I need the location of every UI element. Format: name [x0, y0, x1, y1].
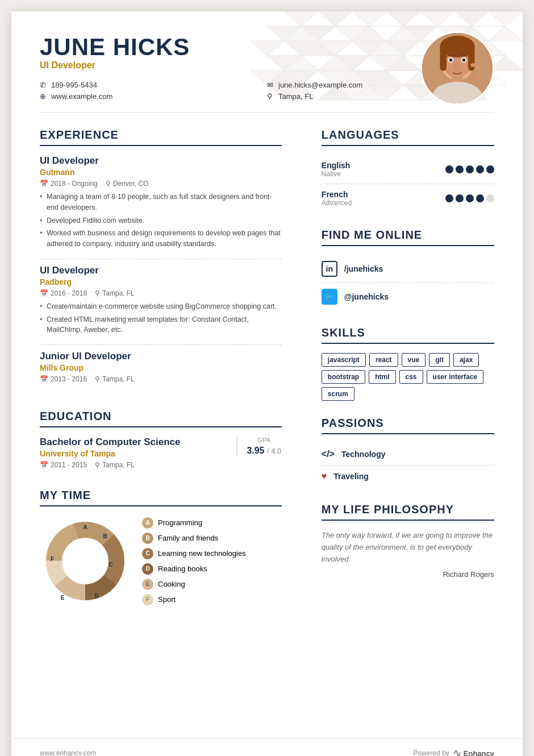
email-address: june.hicks@example.com	[278, 81, 362, 89]
skill-tag: ajax	[453, 353, 479, 367]
linkedin-item[interactable]: in /junehicks	[322, 255, 494, 283]
svg-text:B: B	[103, 533, 107, 539]
legend-label-f: Sport	[158, 595, 176, 604]
legend-dot-b: B	[142, 533, 153, 544]
legend-dot-e: E	[142, 579, 153, 590]
donut-chart: A B C D E F	[40, 516, 131, 607]
passion-item: </> Technology	[322, 443, 494, 466]
calendar-icon-2: 📅	[40, 289, 48, 297]
svg-marker-8	[420, 11, 454, 26]
legend-dot-d: D	[142, 563, 153, 575]
phone-item: ✆ 189-995-5434	[40, 81, 267, 89]
experience-item: Junior UI Developer Mills Group 📅 2013 -…	[40, 351, 282, 394]
email-icon: ✉	[267, 81, 275, 89]
legend-dot-c: C	[142, 548, 153, 559]
languages-section: LANGUAGES English Native	[322, 128, 494, 213]
svg-text:F: F	[51, 556, 54, 562]
legend-label-b: Family and friends	[158, 534, 218, 542]
left-column: EXPERIENCE UI Developer Gutmann 📅 2018 -…	[40, 113, 293, 716]
exp-role-1: UI Developer	[40, 155, 282, 167]
skill-tag: react	[369, 353, 398, 367]
skill-tag: html	[369, 370, 395, 384]
main-content: EXPERIENCE UI Developer Gutmann 📅 2018 -…	[11, 113, 523, 738]
lang-level-english: Native	[322, 170, 351, 178]
photo-placeholder	[422, 33, 493, 103]
exp-location-text-2: Tampa, FL	[102, 289, 135, 297]
powered-by-text: Powered by	[413, 749, 449, 756]
mytime-legend: A Programming B Family and friends C Lea…	[142, 517, 246, 605]
exp-company-2: Padberg	[40, 277, 282, 286]
exp-period-1: 📅 2018 - Ongoing	[40, 180, 98, 188]
experience-section: EXPERIENCE UI Developer Gutmann 📅 2018 -…	[40, 128, 282, 394]
exp-location-2: ⚲ Tampa, FL	[95, 289, 135, 297]
exp-company-3: Mills Group	[40, 363, 282, 372]
calendar-icon-1: 📅	[40, 180, 48, 188]
philosophy-section: MY LIFE PHILOSOPHY The only way forward,…	[322, 503, 494, 578]
logo-symbol: ∿	[453, 747, 461, 756]
skill-tag: user interface	[427, 370, 484, 384]
footer-brand: Powered by ∿ Enhancv	[413, 747, 494, 756]
language-item: English Native	[322, 155, 494, 184]
right-column: LANGUAGES English Native	[316, 113, 494, 716]
exp-meta-2: 📅 2016 - 2018 ⚲ Tampa, FL	[40, 289, 282, 297]
exp-period-text-3: 2013 - 2016	[51, 375, 87, 383]
legend-item: E Cooking	[142, 579, 246, 590]
legend-item: C Learning new technologies	[142, 548, 246, 559]
exp-role-2: UI Developer	[40, 265, 282, 276]
philosophy-author: Richard Rogers	[322, 570, 494, 579]
lang-dot	[486, 165, 494, 173]
languages-title: LANGUAGES	[322, 128, 494, 146]
edu-period: 📅 2011 - 2015	[40, 461, 87, 469]
enhancv-logo: ∿ Enhancv	[453, 747, 494, 756]
lang-dot	[456, 165, 464, 173]
skills-section: SKILLS javascript react vue git ajax boo…	[322, 326, 494, 401]
skill-tag: git	[429, 353, 450, 367]
exp-location-3: ⚲ Tampa, FL	[95, 375, 135, 383]
exp-bullet: Managing a team of 8-10 people, such as …	[40, 192, 282, 213]
skill-tag: bootstrap	[322, 370, 365, 384]
lang-dot-empty	[486, 194, 494, 202]
lang-dots-english	[445, 165, 494, 173]
calendar-icon-edu: 📅	[40, 461, 48, 469]
edu-degree: Bachelor of Computer Science	[40, 437, 225, 448]
website-icon: ⊕	[40, 92, 48, 101]
svg-text:A: A	[83, 524, 87, 530]
skills-title: SKILLS	[322, 326, 494, 344]
exp-company-1: Gutmann	[40, 168, 282, 177]
svg-marker-4	[352, 11, 386, 26]
passion-label-traveling: Traveling	[333, 472, 368, 481]
legend-dot-f: F	[142, 594, 153, 605]
legend-label-a: Programming	[158, 518, 202, 527]
philosophy-text: The only way forward, if we are going to…	[322, 530, 494, 565]
gpa-value: 3.95 / 4.0	[247, 446, 282, 456]
experience-item: UI Developer Padberg 📅 2016 - 2018 ⚲ Tam…	[40, 265, 282, 345]
lang-dot	[466, 194, 474, 202]
exp-location-text-3: Tampa, FL	[102, 375, 135, 383]
passion-item: ♥ Traveling	[322, 466, 494, 487]
svg-marker-0	[284, 11, 318, 26]
lang-dot	[456, 194, 464, 202]
philosophy-title: MY LIFE PHILOSOPHY	[322, 503, 494, 521]
lang-info-english: English Native	[322, 161, 351, 178]
skill-tag: vue	[402, 353, 426, 367]
svg-text:E: E	[61, 595, 65, 601]
lang-dots-french	[445, 194, 494, 202]
twitter-item[interactable]: 🐦 @junehicks	[322, 283, 494, 310]
phone-number: 189-995-5434	[51, 81, 97, 89]
mytime-title: MY TIME	[40, 489, 282, 506]
edu-school: University of Tampa	[40, 449, 225, 458]
lang-name-english: English	[322, 161, 351, 170]
exp-bullet: Create/maintain e-commerce website using…	[40, 301, 282, 312]
svg-marker-6	[386, 11, 420, 26]
edu-location: ⚲ Tampa, FL	[95, 461, 135, 469]
contact-col-left: ✆ 189-995-5434 ⊕ www.example.com	[40, 81, 267, 101]
resume: JUNE HICKS UI Developer ✆ 189-995-5434 ⊕…	[11, 11, 523, 756]
edu-gpa: GPA 3.95 / 4.0	[236, 437, 282, 456]
lang-dot	[476, 165, 484, 173]
svg-point-92	[462, 59, 466, 62]
skill-tag: css	[399, 370, 423, 384]
legend-item: F Sport	[142, 594, 246, 605]
language-item: French Advanced	[322, 184, 494, 213]
legend-label-c: Learning new technologies	[158, 549, 246, 558]
exp-location-1: ⚲ Denver, CO	[106, 180, 149, 188]
